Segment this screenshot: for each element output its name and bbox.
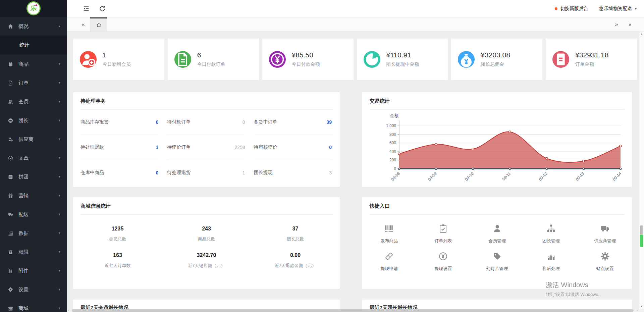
chevron-down-icon: ▼	[58, 231, 61, 235]
ticket-icon	[384, 251, 394, 261]
quick-link-aftersale[interactable]: 售后处理	[524, 251, 578, 272]
chart-icon	[8, 230, 13, 236]
mall-stat-item: 0.00近7天退款金额（元）	[251, 252, 340, 269]
stat-card-leader-withdrawing[interactable]: ¥110.91团长提现中金额	[357, 39, 448, 80]
tabs-scroll-right-icon[interactable]: »	[610, 17, 623, 32]
sidebar-item-delivery[interactable]: 配送▼	[0, 205, 67, 224]
tab-home[interactable]	[90, 17, 107, 32]
menu-fold-icon[interactable]	[83, 5, 90, 12]
stat-card-order-amount[interactable]: ¥32931.18订单金额	[546, 39, 637, 80]
quick-link-site-setting[interactable]: 站点设置	[578, 251, 632, 272]
switch-new-admin-link[interactable]: 切换新版后台	[555, 6, 588, 12]
yen-ring-icon	[269, 51, 286, 68]
pending-item-value[interactable]: 1	[156, 145, 159, 150]
sidebar-item-overview[interactable]: 概况▲	[0, 17, 67, 36]
quick-link-label: 提现设置	[434, 266, 452, 272]
pending-item-value[interactable]: 0	[156, 170, 159, 175]
pending-item-value[interactable]: 0	[156, 119, 159, 125]
sidebar-item-member[interactable]: 会员▼	[0, 92, 67, 111]
sidebar-item-setting[interactable]: 设置▼	[0, 280, 67, 299]
sidebar-item-label: 商城	[18, 305, 29, 312]
quick-link-label: 站点设置	[596, 266, 614, 272]
stat-card-label: 今日新增会员	[103, 61, 131, 67]
sidebar-item-supplier[interactable]: 供应商▼	[0, 130, 67, 149]
mall-stat-value: 1235	[73, 226, 162, 232]
sidebar-item-label: 拼团	[18, 174, 29, 180]
sidebar-item-marketing[interactable]: 营销▼	[0, 186, 67, 205]
quick-link-withdraw-apply[interactable]: 提现申请	[362, 251, 416, 272]
clip-icon	[8, 268, 13, 274]
stat-card-label: 团长提现中金额	[386, 61, 419, 67]
scroll-left-icon[interactable]: ‹	[68, 309, 69, 312]
quick-link-supplier-manage[interactable]: 供应商管理	[578, 223, 632, 244]
scroll-down-icon[interactable]: ∨	[639, 304, 644, 309]
bag-icon	[8, 61, 13, 67]
quick-link-label: 会员管理	[488, 238, 506, 244]
home-icon	[8, 23, 13, 29]
chevron-down-icon: ▼	[58, 100, 61, 103]
sidebar-item-groupon[interactable]: 拼拼团▼	[0, 167, 67, 186]
pending-item-value[interactable]: 0	[329, 145, 332, 150]
refresh-icon[interactable]	[99, 5, 106, 12]
trade-chart-host: 02004006008001,00009-0809-0909-1009-1109…	[362, 110, 632, 185]
pending-item: 备货中订单39	[254, 110, 332, 135]
mall-stat-item: 1235会员总数	[73, 226, 162, 242]
sidebar-item-mall[interactable]: 商城▼	[0, 299, 67, 312]
users-icon	[8, 99, 13, 105]
chevron-down-icon: ▼	[58, 81, 61, 85]
scroll-right-icon[interactable]: ›	[637, 309, 638, 312]
mall-stat-label: 商品总数	[162, 236, 251, 242]
user-plus-icon	[80, 51, 97, 68]
vertical-scrollbar-thumb[interactable]	[640, 225, 643, 235]
pending-item: 待处理退款1	[80, 135, 158, 160]
chevron-down-icon: ▼	[58, 213, 61, 216]
chevron-down-icon: ▼	[58, 250, 61, 254]
pending-item-value: 1	[243, 170, 245, 175]
quick-link-slide-manage[interactable]: 幻灯片管理	[470, 251, 524, 272]
mall-stat-item: 37团长总数	[251, 226, 340, 242]
horizontal-scrollbar[interactable]: ‹ ›	[67, 309, 639, 312]
svg-text:09-13: 09-13	[575, 171, 586, 182]
sidebar-item-article[interactable]: 文章▼	[0, 149, 67, 167]
tabs-collapse-icon[interactable]: ∨	[623, 17, 637, 32]
logo[interactable]: 乐	[0, 0, 67, 17]
quick-link-label: 团长管理	[542, 238, 560, 244]
sidebar-item-label: 订单	[18, 80, 29, 86]
mall-stat-item: 243商品总数	[162, 226, 251, 242]
stat-card-leader-commission[interactable]: ¥3203.08团长总佣金	[451, 39, 542, 80]
store-dropdown[interactable]: 悠乐城物资配送 ▼	[599, 6, 637, 12]
sidebar-item-order[interactable]: 订单▼	[0, 73, 67, 92]
mall-stat-value: 163	[73, 252, 162, 258]
stat-card-paid-amount[interactable]: ¥85.50今日付款金额	[262, 39, 354, 80]
sidebar-item-auth[interactable]: 权限▼	[0, 243, 67, 261]
scroll-up-icon[interactable]: ∧	[639, 32, 644, 37]
quick-link-order-list[interactable]: 订单列表	[416, 223, 470, 244]
stat-card-paid-orders[interactable]: 6今日付款订单	[168, 39, 259, 80]
stat-card-new-members[interactable]: 1今日新增会员	[73, 39, 164, 80]
sidebar-item-leader[interactable]: 团长▼	[0, 111, 67, 130]
stat-card-value: ¥110.91	[386, 51, 419, 59]
sidebar-item-goods[interactable]: 商品▼	[0, 55, 67, 73]
sidebar-item-label: 配送	[18, 211, 29, 218]
sidebar-item-data[interactable]: 数据▼	[0, 224, 67, 243]
stat-card-label: 今日付款金额	[292, 61, 320, 67]
quick-link-publish-goods[interactable]: 发布商品	[362, 223, 416, 244]
sidebar-item-label: 文章	[18, 155, 29, 161]
quick-link-withdraw-setting[interactable]: 提现设置	[416, 251, 470, 272]
barcode-icon	[384, 223, 394, 233]
pending-item-value[interactable]: 39	[326, 119, 332, 125]
svg-text:800: 800	[389, 132, 396, 137]
shop-icon	[8, 306, 13, 311]
lock-icon	[8, 249, 13, 255]
sidebar-subitem-stats[interactable]: 统计	[0, 36, 67, 55]
tabs-scroll-left-icon[interactable]: «	[76, 17, 90, 32]
pending-item: 团长提现3	[254, 160, 332, 185]
stat-card-value: ¥85.50	[292, 51, 320, 59]
quick-link-member-manage[interactable]: 会员管理	[470, 223, 524, 244]
vertical-scrollbar[interactable]: ∧ ∨	[639, 32, 644, 309]
quick-link-label: 发布商品	[380, 238, 398, 244]
horizontal-scrollbar-thumb[interactable]	[72, 309, 634, 312]
quick-link-leader-manage[interactable]: 团长管理	[524, 223, 578, 244]
sidebar-item-attachment[interactable]: 附件▼	[0, 261, 67, 280]
mall-info-title: 商城信息统计	[73, 197, 340, 214]
